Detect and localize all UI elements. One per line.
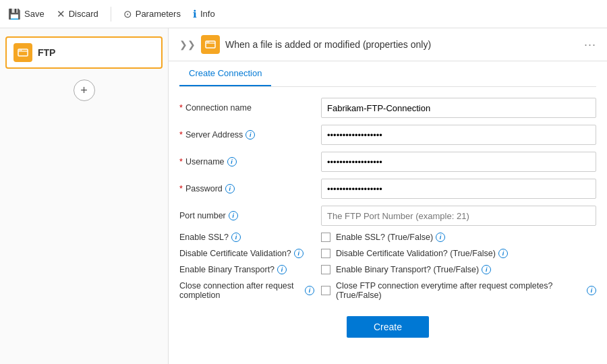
save-button[interactable]: 💾 Save xyxy=(8,8,45,20)
expand-icon[interactable]: ❯❯ xyxy=(179,39,196,50)
server-address-info-icon[interactable]: i xyxy=(245,130,255,140)
ftp-icon xyxy=(13,43,32,62)
connection-name-input[interactable] xyxy=(321,98,596,118)
parameters-label: Parameters xyxy=(136,9,181,19)
tabs: Create Connection xyxy=(179,61,596,87)
port-number-row: Port number i xyxy=(179,206,596,226)
close-connection-label: Close connection after request completio… xyxy=(179,281,314,300)
binary-info-icon[interactable]: i xyxy=(277,265,287,274)
connection-name-row: * Connection name xyxy=(179,98,596,118)
enable-binary-checkbox-row: Enable Binary Transport? (True/False) i xyxy=(321,265,491,274)
disable-cert-row: Disable Certificate Validation? i Disabl… xyxy=(179,249,596,258)
svg-point-6 xyxy=(207,42,208,43)
binary-checkbox-info-icon[interactable]: i xyxy=(482,265,491,274)
enable-ssl-checkbox[interactable] xyxy=(321,233,330,242)
port-number-label: Port number i xyxy=(179,211,314,220)
username-input[interactable] xyxy=(321,152,596,172)
enable-ssl-label: Enable SSL? i xyxy=(179,233,314,242)
ftp-label: FTP xyxy=(38,47,55,58)
required-star-3: * xyxy=(179,157,183,166)
close-connection-checkbox[interactable] xyxy=(321,286,330,295)
connection-name-label: * Connection name xyxy=(179,103,314,113)
save-label: Save xyxy=(24,9,45,19)
required-star: * xyxy=(179,103,183,113)
sidebar: FTP + xyxy=(0,28,169,364)
info-label: Info xyxy=(200,9,215,19)
close-checkbox-info-icon[interactable]: i xyxy=(587,286,596,295)
save-icon: 💾 xyxy=(8,8,21,20)
right-panel: ❯❯ When a file is added or modified (pro… xyxy=(169,28,607,364)
enable-ssl-checkbox-label: Enable SSL? (True/False) i xyxy=(336,233,445,242)
disable-cert-label: Disable Certificate Validation? i xyxy=(179,249,314,258)
ssl-checkbox-info-icon[interactable]: i xyxy=(436,233,445,242)
enable-binary-checkbox[interactable] xyxy=(321,265,330,274)
create-button[interactable]: Create xyxy=(347,316,429,338)
cert-info-icon[interactable]: i xyxy=(294,249,304,258)
parameters-button[interactable]: ⊙ Parameters xyxy=(123,8,181,20)
username-info-icon[interactable]: i xyxy=(227,157,237,166)
close-connection-checkbox-row: Close FTP connection everytime after req… xyxy=(321,281,596,300)
svg-point-3 xyxy=(21,50,22,51)
server-address-row: * Server Address i xyxy=(179,125,596,145)
required-star-4: * xyxy=(179,184,183,193)
add-step-button[interactable]: + xyxy=(74,80,95,101)
discard-label: Discard xyxy=(69,9,98,19)
parameters-icon: ⊙ xyxy=(123,8,132,20)
create-button-row: Create xyxy=(179,316,596,338)
password-input[interactable] xyxy=(321,179,596,199)
svg-point-2 xyxy=(20,50,21,51)
trigger-title: When a file is added or modified (proper… xyxy=(225,39,579,50)
enable-ssl-checkbox-row: Enable SSL? (True/False) i xyxy=(321,233,445,242)
discard-icon: ✕ xyxy=(57,8,65,20)
disable-cert-checkbox-row: Disable Certificate Validation? (True/Fa… xyxy=(321,249,508,258)
toolbar-divider xyxy=(111,7,111,22)
enable-binary-label: Enable Binary Transport? i xyxy=(179,265,314,274)
username-label: * Username i xyxy=(179,157,314,166)
trigger-icon xyxy=(201,35,220,54)
server-address-label: * Server Address i xyxy=(179,130,314,140)
more-options-icon[interactable]: ··· xyxy=(584,38,596,52)
close-info-icon[interactable]: i xyxy=(305,286,314,295)
port-number-input[interactable] xyxy=(321,206,596,226)
required-star-2: * xyxy=(179,130,183,140)
server-address-input[interactable] xyxy=(321,125,596,145)
enable-binary-row: Enable Binary Transport? i Enable Binary… xyxy=(179,265,596,274)
password-info-icon[interactable]: i xyxy=(225,184,235,193)
enable-ssl-row: Enable SSL? i Enable SSL? (True/False) i xyxy=(179,233,596,242)
username-row: * Username i xyxy=(179,152,596,172)
main-layout: FTP + ❯❯ When a file is added or modifie… xyxy=(0,28,607,364)
tab-create-connection[interactable]: Create Connection xyxy=(179,61,271,86)
close-connection-checkbox-label: Close FTP connection everytime after req… xyxy=(336,281,596,300)
connection-form: * Connection name * Server Address i xyxy=(179,98,596,338)
ftp-node[interactable]: FTP xyxy=(5,36,163,69)
disable-cert-checkbox-label: Disable Certificate Validation? (True/Fa… xyxy=(336,249,508,258)
svg-point-7 xyxy=(208,42,210,43)
port-info-icon[interactable]: i xyxy=(229,211,238,220)
ssl-info-icon[interactable]: i xyxy=(231,233,241,242)
info-button[interactable]: ℹ Info xyxy=(193,8,215,20)
password-row: * Password i xyxy=(179,179,596,199)
content-area: Create Connection * Connection name * xyxy=(169,61,607,364)
info-icon: ℹ xyxy=(193,8,197,20)
password-label: * Password i xyxy=(179,184,314,193)
trigger-header: ❯❯ When a file is added or modified (pro… xyxy=(169,28,607,61)
close-connection-row: Close connection after request completio… xyxy=(179,281,596,300)
disable-cert-checkbox[interactable] xyxy=(321,249,330,258)
discard-button[interactable]: ✕ Discard xyxy=(57,8,98,20)
cert-checkbox-info-icon[interactable]: i xyxy=(498,249,508,258)
enable-binary-checkbox-label: Enable Binary Transport? (True/False) i xyxy=(336,265,491,274)
toolbar: 💾 Save ✕ Discard ⊙ Parameters ℹ Info xyxy=(0,0,607,28)
